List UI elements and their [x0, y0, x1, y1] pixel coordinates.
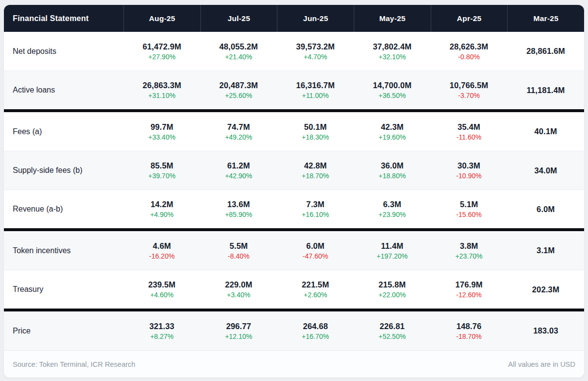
metric-value: 26,863.3M: [143, 81, 181, 90]
table-row: Fees (a)99.7M+33.40%74.7M+49.20%50.1M+18…: [4, 112, 584, 151]
value-cell: 5.1M-15.60%: [431, 190, 508, 228]
change-percent: +11.00%: [302, 92, 329, 99]
change-percent: +39.70%: [148, 172, 175, 180]
value-cell: 6.3M+23.90%: [354, 190, 431, 228]
change-percent: +23.90%: [378, 211, 406, 218]
metric-value: 215.8M: [379, 280, 406, 289]
table-row: Active loans26,863.3M+31.10%20,487.3M+25…: [4, 71, 584, 109]
value-cell: 6.0M: [507, 190, 584, 228]
table-header-row: Financial Statement Aug-25Jul-25Jun-25Ma…: [4, 5, 584, 32]
metric-value: 85.5M: [150, 161, 173, 170]
change-percent: +19.60%: [378, 133, 406, 141]
value-cell: 61,472.9M+27.90%: [123, 32, 200, 71]
change-percent: +36.50%: [378, 92, 406, 99]
table-row: Price321.33+8.27%296.77+12.10%264.68+16.…: [4, 311, 584, 350]
metric-value: 6.0M: [306, 241, 324, 251]
value-cell: 5.5M-8.40%: [200, 231, 277, 270]
metric-value: 99.7M: [150, 122, 173, 132]
table-row: Net deposits61,472.9M+27.90%48,055.2M+21…: [4, 32, 584, 71]
metric-value: 239.5M: [148, 280, 176, 289]
change-percent: +23.70%: [455, 252, 483, 260]
change-percent: -47.60%: [303, 252, 328, 260]
metric-value: 30.3M: [458, 161, 480, 170]
value-cell: 39,573.2M+4.70%: [277, 32, 354, 71]
header-month-jul-25: Jul-25: [200, 5, 277, 32]
value-cell: 3.1M: [507, 231, 584, 270]
table-row: Revenue (a-b)14.2M+4.90%13.6M+85.90%7.3M…: [4, 190, 584, 228]
table-footer: Source: Token Terminal, ICR Research All…: [4, 350, 584, 378]
value-cell: 321.33+8.27%: [123, 311, 200, 350]
change-percent: -8.40%: [228, 252, 249, 260]
value-cell: 7.3M+16.10%: [277, 190, 354, 228]
change-percent: -12.60%: [456, 291, 482, 299]
change-percent: +18.80%: [378, 172, 406, 180]
value-cell: 48,055.2M+21.40%: [200, 32, 277, 71]
metric-value: 183.03: [533, 326, 558, 335]
change-percent: +4.90%: [150, 211, 173, 218]
value-cell: 10,766.5M-3.70%: [431, 71, 508, 109]
change-percent: +85.90%: [225, 211, 252, 218]
metric-value: 4.6M: [153, 241, 171, 251]
metric-value: 34.0M: [534, 166, 557, 175]
metric-value: 28,626.3M: [450, 42, 489, 51]
metric-value: 226.81: [380, 322, 405, 331]
value-cell: 215.8M+22.00%: [354, 270, 431, 309]
value-cell: 74.7M+49.20%: [200, 112, 277, 151]
change-percent: +22.00%: [378, 291, 406, 299]
table-row: Treasury239.5M+4.60%229.0M+3.40%221.5M+2…: [4, 270, 584, 309]
value-cell: 35.4M-11.60%: [431, 112, 508, 151]
change-percent: -15.60%: [456, 211, 482, 218]
metric-value: 11,181.4M: [527, 86, 565, 95]
row-label: Revenue (a-b): [4, 190, 123, 228]
table-row: Token incentives4.6M-16.20%5.5M-8.40%6.0…: [4, 231, 584, 270]
metric-value: 148.76: [456, 322, 481, 331]
change-percent: -0.80%: [458, 53, 480, 61]
value-cell: 11,181.4M: [507, 71, 584, 109]
metric-value: 61,472.9M: [143, 42, 181, 51]
change-percent: -3.70%: [458, 92, 480, 99]
change-percent: +27.90%: [148, 53, 175, 61]
value-cell: 50.1M+18.30%: [277, 112, 354, 151]
table-section-4: Price321.33+8.27%296.77+12.10%264.68+16.…: [4, 311, 584, 350]
value-cell: 6.0M-47.60%: [277, 231, 354, 270]
metric-value: 264.68: [303, 322, 328, 331]
metric-value: 61.2M: [227, 161, 250, 170]
change-percent: +4.70%: [304, 53, 327, 61]
value-cell: 4.6M-16.20%: [123, 231, 200, 270]
value-cell: 37,802.4M+32.10%: [354, 32, 431, 71]
row-label: Price: [4, 311, 123, 350]
metric-value: 42.3M: [381, 122, 403, 132]
metric-value: 40.1M: [534, 127, 557, 136]
metric-value: 28,861.6M: [526, 47, 565, 56]
source-note: Source: Token Terminal, ICR Research: [13, 360, 135, 368]
value-cell: 34.0M: [507, 151, 584, 190]
value-cell: 16,316.7M+11.00%: [277, 71, 354, 109]
metric-value: 5.1M: [460, 200, 478, 209]
value-cell: 229.0M+3.40%: [200, 270, 277, 309]
value-cell: 28,626.3M-0.80%: [431, 32, 508, 71]
metric-value: 321.33: [149, 322, 174, 331]
value-cell: 202.3M: [507, 270, 584, 309]
value-cell: 36.0M+18.80%: [354, 151, 431, 190]
metric-value: 13.6M: [227, 200, 250, 209]
metric-value: 50.1M: [304, 122, 326, 132]
change-percent: +49.20%: [225, 133, 252, 141]
metric-value: 6.0M: [537, 205, 555, 214]
change-percent: +16.10%: [302, 211, 329, 218]
change-percent: +18.30%: [302, 133, 329, 141]
header-month-mar-25: Mar-25: [507, 5, 584, 32]
metric-value: 20,487.3M: [220, 81, 258, 90]
change-percent: +3.40%: [227, 291, 250, 299]
change-percent: +33.40%: [148, 133, 175, 141]
value-cell: 3.8M+23.70%: [431, 231, 508, 270]
change-percent: +197.20%: [377, 252, 408, 260]
value-cell: 13.6M+85.90%: [200, 190, 277, 228]
value-cell: 28,861.6M: [507, 32, 584, 71]
value-cell: 176.9M-12.60%: [431, 270, 508, 309]
table-section-2: Fees (a)99.7M+33.40%74.7M+49.20%50.1M+18…: [4, 112, 584, 228]
value-cell: 11.4M+197.20%: [354, 231, 431, 270]
metric-value: 3.8M: [460, 241, 478, 251]
change-percent: +25.60%: [225, 92, 252, 99]
value-cell: 14.2M+4.90%: [123, 190, 200, 228]
financial-statement-card: Financial Statement Aug-25Jul-25Jun-25Ma…: [4, 5, 584, 378]
